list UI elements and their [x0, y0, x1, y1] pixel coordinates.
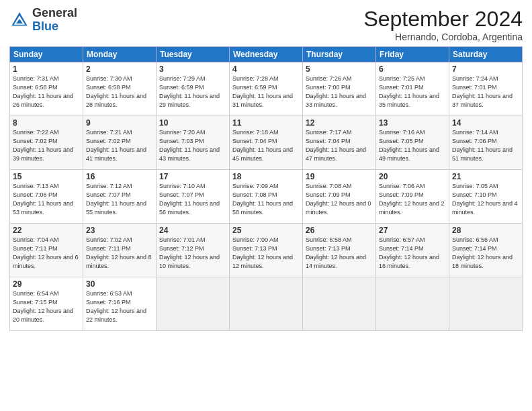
col-monday: Monday	[83, 47, 157, 62]
logo-icon	[9, 10, 30, 30]
table-row: 24Sunrise: 7:01 AM Sunset: 7:12 PM Dayli…	[157, 224, 230, 277]
table-row: 10Sunrise: 7:20 AM Sunset: 7:03 PM Dayli…	[157, 116, 230, 170]
table-row: 26Sunrise: 6:58 AM Sunset: 7:13 PM Dayli…	[303, 224, 376, 277]
table-row: 4Sunrise: 7:28 AM Sunset: 6:59 PM Daylig…	[230, 62, 303, 116]
table-row: 1Sunrise: 7:31 AM Sunset: 6:58 PM Daylig…	[10, 62, 83, 116]
header: General Blue September 2024 Hernando, Co…	[9, 7, 523, 42]
table-row: 7Sunrise: 7:24 AM Sunset: 7:01 PM Daylig…	[449, 62, 523, 116]
table-row: 8Sunrise: 7:22 AM Sunset: 7:02 PM Daylig…	[10, 116, 83, 170]
table-row: 30Sunrise: 6:53 AM Sunset: 7:16 PM Dayli…	[83, 277, 157, 331]
col-friday: Friday	[376, 47, 449, 62]
table-row: 2Sunrise: 7:30 AM Sunset: 6:58 PM Daylig…	[83, 62, 157, 116]
table-row: 6Sunrise: 7:25 AM Sunset: 7:01 PM Daylig…	[376, 62, 449, 116]
table-row: 17Sunrise: 7:10 AM Sunset: 7:07 PM Dayli…	[157, 170, 230, 224]
table-row	[376, 277, 449, 331]
col-tuesday: Tuesday	[157, 47, 230, 62]
table-row: 14Sunrise: 7:14 AM Sunset: 7:06 PM Dayli…	[449, 116, 523, 170]
table-row: 3Sunrise: 7:29 AM Sunset: 6:59 PM Daylig…	[157, 62, 230, 116]
table-row: 11Sunrise: 7:18 AM Sunset: 7:04 PM Dayli…	[230, 116, 303, 170]
table-row	[230, 277, 303, 331]
col-saturday: Saturday	[449, 47, 523, 62]
table-row: 9Sunrise: 7:21 AM Sunset: 7:02 PM Daylig…	[83, 116, 157, 170]
table-row: 29Sunrise: 6:54 AM Sunset: 7:15 PM Dayli…	[10, 277, 83, 331]
col-thursday: Thursday	[303, 47, 376, 62]
table-row	[303, 277, 376, 331]
col-wednesday: Wednesday	[230, 47, 303, 62]
logo: General Blue	[9, 7, 77, 34]
calendar-week-1: 1Sunrise: 7:31 AM Sunset: 6:58 PM Daylig…	[10, 62, 523, 116]
calendar-week-3: 15Sunrise: 7:13 AM Sunset: 7:06 PM Dayli…	[10, 170, 523, 224]
table-row: 20Sunrise: 7:06 AM Sunset: 7:09 PM Dayli…	[376, 170, 449, 224]
table-row: 27Sunrise: 6:57 AM Sunset: 7:14 PM Dayli…	[376, 224, 449, 277]
table-row: 19Sunrise: 7:08 AM Sunset: 7:09 PM Dayli…	[303, 170, 376, 224]
table-row: 28Sunrise: 6:56 AM Sunset: 7:14 PM Dayli…	[449, 224, 523, 277]
calendar-table: Sunday Monday Tuesday Wednesday Thursday…	[9, 46, 523, 331]
table-row: 15Sunrise: 7:13 AM Sunset: 7:06 PM Dayli…	[10, 170, 83, 224]
table-row: 22Sunrise: 7:04 AM Sunset: 7:11 PM Dayli…	[10, 224, 83, 277]
table-row: 13Sunrise: 7:16 AM Sunset: 7:05 PM Dayli…	[376, 116, 449, 170]
col-sunday: Sunday	[10, 47, 83, 62]
calendar-week-4: 22Sunrise: 7:04 AM Sunset: 7:11 PM Dayli…	[10, 224, 523, 277]
table-row: 25Sunrise: 7:00 AM Sunset: 7:13 PM Dayli…	[230, 224, 303, 277]
calendar-header-row: Sunday Monday Tuesday Wednesday Thursday…	[10, 47, 523, 62]
page: General Blue September 2024 Hernando, Co…	[0, 0, 532, 411]
calendar-week-5: 29Sunrise: 6:54 AM Sunset: 7:15 PM Dayli…	[10, 277, 523, 331]
location-subtitle: Hernando, Cordoba, Argentina	[363, 32, 523, 42]
logo-text: General Blue	[32, 7, 77, 34]
calendar-week-2: 8Sunrise: 7:22 AM Sunset: 7:02 PM Daylig…	[10, 116, 523, 170]
table-row: 16Sunrise: 7:12 AM Sunset: 7:07 PM Dayli…	[83, 170, 157, 224]
table-row: 23Sunrise: 7:02 AM Sunset: 7:11 PM Dayli…	[83, 224, 157, 277]
table-row	[449, 277, 523, 331]
table-row: 21Sunrise: 7:05 AM Sunset: 7:10 PM Dayli…	[449, 170, 523, 224]
table-row	[157, 277, 230, 331]
month-title: September 2024	[363, 7, 523, 32]
table-row: 18Sunrise: 7:09 AM Sunset: 7:08 PM Dayli…	[230, 170, 303, 224]
table-row: 12Sunrise: 7:17 AM Sunset: 7:04 PM Dayli…	[303, 116, 376, 170]
table-row: 5Sunrise: 7:26 AM Sunset: 7:00 PM Daylig…	[303, 62, 376, 116]
title-block: September 2024 Hernando, Cordoba, Argent…	[363, 7, 523, 42]
